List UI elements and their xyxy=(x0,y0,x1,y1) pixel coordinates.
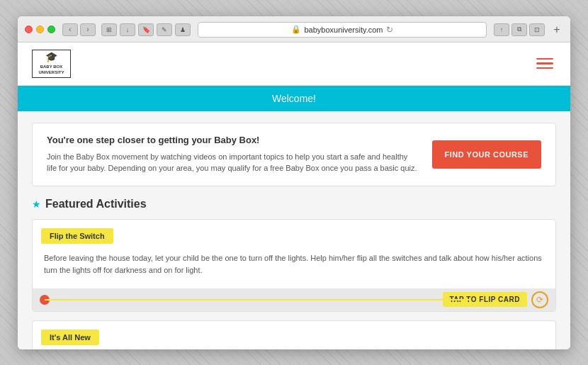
hamburger-menu[interactable] xyxy=(533,55,556,72)
find-course-button[interactable]: FIND YOUR COURSE xyxy=(432,140,541,169)
browser-window: ‹ › ⊞ ↓ 🔖 ✎ ♟ 🔒 babyboxuniversity.com ↻ … xyxy=(18,16,570,349)
promo-card: You're one step closer to getting your B… xyxy=(32,123,556,186)
toolbar-icon-1[interactable]: ⊞ xyxy=(101,23,117,36)
activity-card-2: It's All New Almost everything is new to… xyxy=(32,320,556,349)
hamburger-line-1 xyxy=(536,58,553,60)
close-button[interactable] xyxy=(25,26,33,33)
share-icon[interactable]: ⧉ xyxy=(511,23,527,36)
new-tab-button[interactable]: + xyxy=(550,23,563,36)
toolbar-icons: ⊞ ↓ 🔖 ✎ ♟ xyxy=(101,23,191,36)
nav-buttons: ‹ › xyxy=(62,23,96,36)
toolbar-icon-2[interactable]: ↓ xyxy=(120,23,135,36)
sidebar-icon[interactable]: ⊡ xyxy=(529,23,545,36)
back-button[interactable]: ‹ xyxy=(62,23,78,36)
promo-body: Join the Baby Box movement by watching v… xyxy=(47,151,418,174)
hamburger-line-3 xyxy=(536,67,553,69)
page-content: 🎓 BABY BOXUNIVERSITY Welcome! You're one… xyxy=(18,43,570,349)
toolbar-icon-5[interactable]: ♟ xyxy=(175,23,191,36)
progress-line xyxy=(45,299,470,301)
flip-icon[interactable]: ⟳ xyxy=(531,291,548,308)
browser-chrome: ‹ › ⊞ ↓ 🔖 ✎ ♟ 🔒 babyboxuniversity.com ↻ … xyxy=(18,16,570,43)
url-text: babyboxuniversity.com xyxy=(304,26,383,34)
welcome-banner: Welcome! xyxy=(18,86,570,111)
right-icons: ↑ ⧉ ⊡ xyxy=(494,23,545,36)
promo-text: You're one step closer to getting your B… xyxy=(47,135,418,174)
activity-card-1: Flip the Switch Before leaving the house… xyxy=(32,219,556,312)
address-bar[interactable]: 🔒 babyboxuniversity.com ↻ xyxy=(198,22,487,38)
activity-label-2: It's All New xyxy=(41,330,99,345)
minimize-button[interactable] xyxy=(36,26,44,33)
title-bar: ‹ › ⊞ ↓ 🔖 ✎ ♟ 🔒 babyboxuniversity.com ↻ … xyxy=(18,16,570,42)
site-header: 🎓 BABY BOXUNIVERSITY xyxy=(18,43,570,86)
toolbar-icon-3[interactable]: 🔖 xyxy=(138,23,154,36)
featured-title: Featured Activities xyxy=(45,198,147,210)
hamburger-line-2 xyxy=(536,62,553,64)
logo-icon: 🎓 xyxy=(45,51,57,63)
traffic-lights xyxy=(25,26,55,33)
toolbar-icon-4[interactable]: ✎ xyxy=(157,23,172,36)
promo-title: You're one step closer to getting your B… xyxy=(47,135,418,145)
activity-body-1: Before leaving the house today, let your… xyxy=(33,244,555,288)
featured-activities-header: ★ Featured Activities xyxy=(32,198,556,210)
forward-button[interactable]: › xyxy=(80,23,96,36)
activity-label-1: Flip the Switch xyxy=(41,228,113,244)
upload-icon[interactable]: ↑ xyxy=(494,23,509,36)
star-icon: ★ xyxy=(32,198,41,210)
site-logo: 🎓 BABY BOXUNIVERSITY xyxy=(32,50,71,78)
logo-text: BABY BOXUNIVERSITY xyxy=(38,64,64,76)
lock-icon: 🔒 xyxy=(291,25,301,34)
flip-bar: TAP TO FLIP CARD ⟳ xyxy=(33,288,555,311)
welcome-text: Welcome! xyxy=(272,93,316,104)
main-content: You're one step closer to getting your B… xyxy=(18,111,570,349)
maximize-button[interactable] xyxy=(47,26,55,33)
activity-body-2: Almost everything is new to your child i… xyxy=(33,345,555,349)
reload-button[interactable]: ↻ xyxy=(386,25,393,35)
